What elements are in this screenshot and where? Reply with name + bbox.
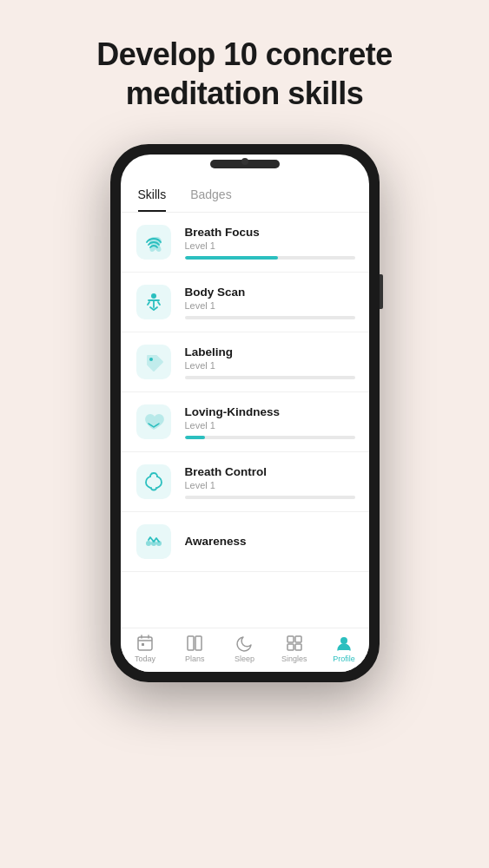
skill-level: Level 1 (185, 360, 355, 371)
skill-name: Breath Focus (185, 226, 355, 239)
skill-level: Level 1 (185, 240, 355, 251)
progress-bg (185, 256, 355, 260)
loving-kindness-icon (135, 403, 173, 441)
skill-awareness-info: Awareness (185, 535, 355, 549)
svg-rect-18 (295, 644, 301, 650)
svg-rect-16 (295, 636, 301, 642)
nav-plans-label: Plans (185, 654, 205, 663)
awareness-icon (135, 523, 173, 561)
skill-name: Loving-Kindness (185, 405, 355, 418)
nav-sleep[interactable]: Sleep (220, 634, 269, 663)
nav-profile-label: Profile (333, 654, 355, 663)
skill-level: Level 1 (185, 300, 355, 311)
progress-fill (185, 436, 206, 439)
sleep-icon (235, 634, 254, 653)
svg-rect-6 (136, 464, 171, 499)
svg-rect-14 (195, 636, 202, 650)
tab-bar: Skills Badges (121, 175, 369, 213)
today-icon (135, 634, 155, 653)
skill-body-scan-info: Body Scan Level 1 (185, 286, 355, 319)
breath-focus-icon (135, 223, 173, 261)
phone-screen: Skills Badges (121, 155, 369, 672)
svg-rect-13 (188, 636, 194, 650)
tab-badges[interactable]: Badges (190, 187, 231, 212)
skill-awareness[interactable]: Awareness (121, 512, 369, 572)
skill-breath-focus[interactable]: Breath Focus Level 1 (121, 213, 369, 273)
svg-rect-17 (287, 644, 294, 650)
tab-skills[interactable]: Skills (138, 187, 167, 212)
svg-rect-11 (138, 637, 152, 650)
skill-name: Body Scan (185, 286, 355, 299)
nav-sleep-label: Sleep (235, 654, 254, 663)
labeling-icon (135, 343, 173, 381)
svg-point-2 (151, 293, 156, 299)
skill-breath-focus-info: Breath Focus Level 1 (185, 226, 355, 260)
skill-level: Level 1 (185, 420, 355, 431)
svg-rect-15 (287, 636, 294, 642)
skill-name: Awareness (185, 535, 355, 548)
skill-level: Level 1 (185, 480, 355, 490)
skill-body-scan[interactable]: Body Scan Level 1 (121, 273, 369, 332)
breath-control-icon (135, 463, 173, 501)
svg-point-4 (149, 358, 153, 361)
skill-breath-control-info: Breath Control Level 1 (185, 465, 355, 499)
body-scan-icon (135, 283, 173, 321)
skill-labeling[interactable]: Labeling Level 1 (121, 332, 369, 392)
svg-point-8 (146, 541, 151, 546)
headline: Develop 10 concrete meditation skills (96, 35, 393, 113)
nav-plans[interactable]: Plans (170, 634, 220, 663)
skill-name: Breath Control (185, 465, 355, 478)
nav-singles-label: Singles (281, 654, 307, 663)
bottom-navigation: Today Plans (121, 628, 369, 672)
skills-list: Breath Focus Level 1 (121, 213, 369, 628)
svg-point-19 (340, 637, 347, 644)
nav-singles[interactable]: Singles (269, 634, 319, 663)
skill-loving-kindness[interactable]: Loving-Kindness Level 1 (121, 392, 369, 452)
skill-loving-kindness-info: Loving-Kindness Level 1 (185, 405, 355, 439)
plans-icon (185, 634, 204, 653)
progress-bg (185, 376, 355, 379)
singles-icon (285, 634, 304, 653)
svg-rect-12 (142, 643, 144, 646)
nav-profile[interactable]: Profile (319, 634, 368, 663)
nav-today-label: Today (135, 654, 155, 663)
progress-bg (185, 496, 355, 499)
nav-today[interactable]: Today (121, 634, 170, 663)
profile-icon (334, 634, 354, 653)
skill-labeling-info: Labeling Level 1 (185, 345, 355, 379)
skill-name: Labeling (185, 345, 355, 358)
skill-breath-control[interactable]: Breath Control Level 1 (121, 452, 369, 512)
phone-mockup: Skills Badges (110, 144, 380, 682)
progress-bg (185, 316, 355, 319)
progress-bg (185, 436, 355, 439)
progress-fill (185, 256, 279, 260)
